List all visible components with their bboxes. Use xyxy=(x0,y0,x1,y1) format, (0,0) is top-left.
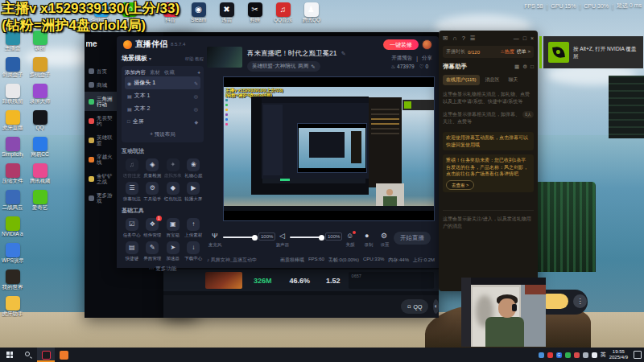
tool-button[interactable]: ▶ 轮播大屏 xyxy=(184,182,204,202)
scene-source-item[interactable]: ▤ 文本 1 ◎ xyxy=(125,89,200,102)
tool-button[interactable]: ♫ 语音连麦 xyxy=(122,158,142,179)
tool-button[interactable]: ✦ 虚拟形象 xyxy=(163,158,184,179)
desktop-icon[interactable]: 录屏大师 xyxy=(29,84,51,105)
tool-button[interactable]: ✎ 界面管理 xyxy=(142,241,163,261)
source-action-icon[interactable]: ✎ xyxy=(194,80,198,86)
tab-favorite[interactable]: 收藏 xyxy=(164,69,175,76)
desktop-icon[interactable]: 腾讯视频 xyxy=(29,163,51,184)
taskbar-app-companion[interactable] xyxy=(37,348,55,362)
tray-icon[interactable] xyxy=(592,352,597,358)
panel-tool-icon[interactable]: ☰ xyxy=(470,35,476,42)
section-tool-icon[interactable]: □ xyxy=(530,64,534,70)
tray-icon[interactable] xyxy=(547,352,553,358)
help-link[interactable]: 帮助 xyxy=(184,56,193,61)
tool-button[interactable]: ☰ 弹幕玩法 xyxy=(122,182,142,202)
panel-tool-icon[interactable]: ? xyxy=(462,35,465,42)
section-tool-icon[interactable]: ▦ xyxy=(514,64,519,70)
stream-preview-canvas[interactable]: 主播v x1529339130(上分/33) (钻粉=洲护4盘orlol4局) xyxy=(223,76,435,221)
desktop-icon[interactable]: QQ xyxy=(29,110,51,131)
desktop-icon[interactable]: Simplicity xyxy=(2,137,23,158)
desktop-icon[interactable]: 二战风云 xyxy=(2,190,23,211)
desktop-icon[interactable]: 网易CC xyxy=(29,137,51,158)
scene-source-item[interactable]: ▤ 文本 2 ◎ xyxy=(125,102,200,115)
add-source-button[interactable]: + xyxy=(197,70,200,76)
tool-button[interactable]: ❖ 1 组件管理 xyxy=(142,218,163,238)
tray-icon[interactable] xyxy=(583,352,588,358)
desktop-icon[interactable]: ✖ 迅雷 xyxy=(216,2,237,23)
settings-icon[interactable]: ⚙ xyxy=(381,232,387,240)
close-button[interactable]: × xyxy=(530,35,534,41)
scene-source-item[interactable]: □ 全屏 ◆ xyxy=(125,115,200,128)
desktop-icon[interactable]: 我的世界 xyxy=(2,269,23,290)
scene-source-item[interactable]: ◉ 摄像头 1 ✎ xyxy=(125,76,200,89)
desktop-icon[interactable]: 卸载残留 xyxy=(2,84,23,105)
record-icon[interactable]: ● xyxy=(365,232,369,240)
rank-link[interactable]: 榜单 > xyxy=(517,48,530,56)
desktop-icon[interactable]: ♟ 腾讯QQ xyxy=(300,2,322,23)
microphone-icon[interactable]: Ψ xyxy=(212,232,218,240)
edit-title-icon[interactable]: ✎ xyxy=(341,51,346,56)
minimize-button[interactable]: — xyxy=(514,35,519,41)
tool-button[interactable]: ↑ 上传素材 xyxy=(184,218,204,238)
mic-volume-slider[interactable] xyxy=(223,237,255,238)
clock[interactable]: 19:55 2025/4/9 xyxy=(609,349,628,360)
desktop-icon[interactable]: 虎牙助手 xyxy=(2,296,23,317)
wegame-sidebar-item[interactable]: 三角洲行动 xyxy=(85,92,117,111)
desktop-icon[interactable]: 剑灵盒子 xyxy=(2,57,23,78)
taskbar-app-wegame[interactable] xyxy=(55,348,72,362)
maximize-button[interactable]: □ xyxy=(523,35,526,41)
wegame-sidebar-item[interactable]: 首页 xyxy=(85,64,117,78)
wegame-sidebar-item[interactable]: 金铲铲之战 xyxy=(85,169,117,188)
wegame-sidebar-item[interactable]: 无畏契约 xyxy=(85,111,117,130)
tool-button[interactable]: ▤ 快捷键 xyxy=(122,241,142,261)
tool-button[interactable]: ↓ 下载中心 xyxy=(184,241,204,261)
category-pill[interactable]: 英雄联盟·大神陪玩 两周 ✎ xyxy=(247,61,320,72)
go-view-button[interactable]: 去查看 > xyxy=(446,180,474,191)
wegame-sidebar-item[interactable]: 英雄联盟 xyxy=(85,130,117,150)
wegame-sidebar-item[interactable]: 穿越火线 xyxy=(85,150,117,169)
desktop-icon[interactable]: ◉ Steam xyxy=(188,2,209,23)
search-icon[interactable] xyxy=(19,348,37,362)
speaker-volume-slider[interactable] xyxy=(290,237,322,238)
tray-icon[interactable] xyxy=(574,352,580,358)
desktop-icon[interactable]: 压缩文件 xyxy=(2,163,23,184)
start-streaming-button[interactable]: 开始直播 xyxy=(394,232,431,245)
more-options-button[interactable]: ⋮ xyxy=(573,294,587,308)
tool-button[interactable]: ◆ 红包玩法 xyxy=(163,182,184,202)
qq-pill-button[interactable]: Ω QQ xyxy=(401,299,428,314)
tool-button[interactable]: ▣ 百宝箱 xyxy=(163,218,184,238)
tool-button[interactable]: ☑ 任务中心 xyxy=(122,218,142,238)
notification-center-icon[interactable] xyxy=(634,351,642,359)
stream-cover-thumbnail[interactable] xyxy=(207,47,242,68)
tray-icon[interactable]: G xyxy=(556,352,562,358)
scene-template-dropdown[interactable]: 场景模板 xyxy=(122,54,147,63)
game-thumbnail[interactable] xyxy=(205,272,242,289)
language-indicator[interactable]: 英 xyxy=(601,351,606,359)
chat-tab[interactable]: 聊天 xyxy=(506,75,522,85)
chat-circle-button[interactable]: ◐ xyxy=(433,299,439,314)
chat-tab[interactable]: 在线用户(115) xyxy=(443,75,480,85)
start-button[interactable] xyxy=(0,348,19,362)
desktop-icon[interactable]: ✂ 剪映 xyxy=(244,2,266,23)
wegame-sidebar-item[interactable]: 商城 xyxy=(85,78,117,92)
desktop-icon[interactable]: 爱奇艺 xyxy=(29,190,51,211)
desktop-icon[interactable]: 虎牙直播 xyxy=(2,110,23,131)
speaker-icon[interactable]: ◁ xyxy=(279,232,285,240)
wegame-sidebar-item[interactable]: 更多游戏 xyxy=(85,188,117,208)
tray-icon[interactable] xyxy=(565,352,571,358)
source-action-icon[interactable]: ◎ xyxy=(194,93,198,99)
tool-button[interactable]: ❀ 礼物心愿 xyxy=(184,158,204,179)
chat-tab[interactable]: 消息区 xyxy=(482,75,503,85)
tool-button[interactable]: ◈ 质量检测 xyxy=(142,158,163,179)
tutorial-link[interactable]: 教程 xyxy=(195,56,204,61)
source-action-icon[interactable]: ◆ xyxy=(194,119,198,125)
desktop-icon[interactable]: ♫ QQ音乐 xyxy=(272,2,294,23)
panel-tool-icon[interactable]: ∩ xyxy=(452,35,456,42)
section-tool-icon[interactable]: ⚙ xyxy=(522,64,527,70)
panel-tool-icon[interactable]: ✉ xyxy=(443,35,448,42)
more-functions-button[interactable]: ⋯ 更多功能 xyxy=(122,265,204,273)
desktop-icon[interactable]: NVIDIA app xyxy=(2,216,23,237)
source-action-icon[interactable]: ◎ xyxy=(194,106,198,112)
nvidia-toast[interactable]: 按 Alt+Z, 打开 NVIDIA 覆盖层 xyxy=(539,36,643,68)
tool-button[interactable]: ➤ 加速器 xyxy=(163,241,184,261)
